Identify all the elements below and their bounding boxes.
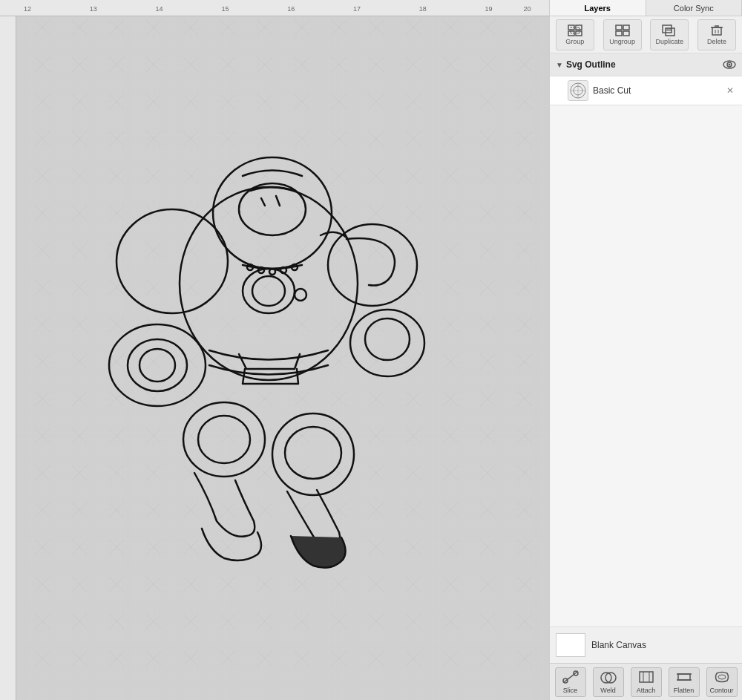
right-panel: Layers Color Sync Group bbox=[549, 0, 742, 700]
ungroup-button[interactable]: Ungroup bbox=[603, 19, 642, 50]
svg-line-559 bbox=[564, 672, 577, 682]
svg-rect-547 bbox=[712, 27, 721, 35]
svg-rect-541 bbox=[616, 31, 622, 36]
delete-icon bbox=[709, 24, 724, 36]
svg-rect-564 bbox=[640, 672, 653, 682]
layer-visibility-button[interactable] bbox=[723, 58, 736, 71]
svg-rect-567 bbox=[678, 674, 690, 680]
panel-toolbar: Group Ungroup Du bbox=[550, 16, 742, 53]
group-icon bbox=[568, 24, 582, 36]
layer-title: Svg Outline bbox=[566, 59, 720, 70]
grid-canvas[interactable] bbox=[16, 16, 549, 700]
blank-canvas-thumbnail bbox=[556, 633, 585, 657]
tab-layers[interactable]: Layers bbox=[550, 0, 646, 16]
weld-button[interactable]: Weld bbox=[593, 667, 624, 697]
svg-rect-5 bbox=[16, 16, 549, 700]
svg-rect-542 bbox=[623, 31, 629, 36]
flatten-button[interactable]: Flatten bbox=[669, 667, 700, 697]
duplicate-icon bbox=[662, 24, 677, 36]
bottom-toolbar: Slice Weld Attach bbox=[550, 663, 742, 700]
svg-point-554 bbox=[729, 64, 731, 66]
group-button[interactable]: Group bbox=[556, 19, 594, 50]
layer-section: ▼ Svg Outline Basic Cut ✕ bbox=[550, 53, 742, 627]
blank-canvas-section: Blank Canvas bbox=[550, 627, 742, 663]
attach-icon bbox=[638, 670, 654, 685]
blank-canvas-label: Blank Canvas bbox=[591, 640, 646, 650]
slice-icon bbox=[562, 670, 579, 685]
svg-rect-538 bbox=[571, 27, 580, 33]
attach-button[interactable]: Attach bbox=[631, 667, 662, 697]
contour-button[interactable]: Contour bbox=[706, 667, 738, 697]
delete-button[interactable]: Delete bbox=[697, 19, 736, 50]
layer-item-thumbnail bbox=[568, 80, 588, 101]
panel-tabs: Layers Color Sync bbox=[550, 0, 742, 16]
layer-header[interactable]: ▼ Svg Outline bbox=[550, 53, 742, 76]
tab-color-sync[interactable]: Color Sync bbox=[646, 0, 743, 16]
duplicate-button[interactable]: Duplicate bbox=[650, 19, 689, 50]
slice-button[interactable]: Slice bbox=[555, 667, 586, 697]
ungroup-icon bbox=[615, 24, 630, 36]
ruler-left bbox=[0, 16, 16, 700]
weld-icon bbox=[600, 670, 617, 685]
flatten-icon bbox=[676, 670, 692, 685]
canvas-area: 12 13 14 15 16 17 18 19 20 bbox=[0, 0, 549, 700]
contour-icon bbox=[714, 670, 730, 685]
layer-item-label: Basic Cut bbox=[593, 85, 631, 96]
layer-item-remove-button[interactable]: ✕ bbox=[724, 85, 736, 97]
svg-rect-540 bbox=[623, 25, 629, 30]
ruler-top: 12 13 14 15 16 17 18 19 20 bbox=[0, 0, 549, 16]
layer-item-basic-cut[interactable]: Basic Cut ✕ bbox=[550, 76, 742, 105]
svg-rect-539 bbox=[616, 25, 622, 30]
layer-expand-arrow: ▼ bbox=[556, 61, 563, 69]
